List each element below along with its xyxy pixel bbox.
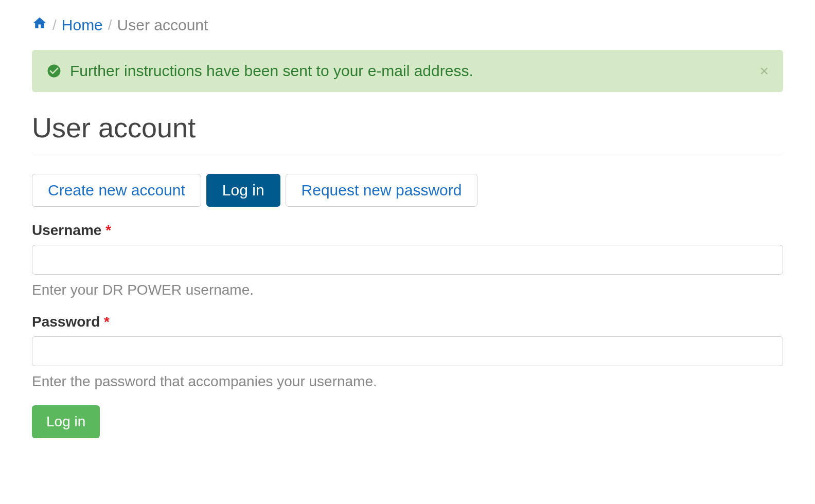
close-icon[interactable]: × (759, 62, 769, 80)
password-label: Password * (32, 314, 783, 330)
breadcrumb-home-link[interactable]: Home (62, 16, 103, 34)
title-divider (32, 153, 783, 153)
home-icon-link[interactable] (32, 15, 47, 34)
breadcrumb-separator: / (108, 17, 112, 33)
login-button[interactable]: Log in (32, 405, 100, 438)
password-input[interactable] (32, 336, 783, 366)
tab-create-account[interactable]: Create new account (32, 174, 201, 207)
form-group-password: Password * Enter the password that accom… (32, 314, 783, 390)
tabs: Create new account Log in Request new pa… (32, 174, 783, 207)
required-indicator: * (104, 314, 110, 330)
alert-success: Further instructions have been sent to y… (32, 50, 783, 92)
breadcrumb: / Home / User account (32, 10, 783, 50)
form-group-username: Username * Enter your DR POWER username. (32, 222, 783, 298)
required-indicator: * (105, 222, 111, 238)
alert-content: Further instructions have been sent to y… (46, 62, 473, 80)
username-label-text: Username (32, 222, 101, 238)
breadcrumb-separator: / (52, 17, 57, 33)
alert-message: Further instructions have been sent to y… (70, 62, 473, 80)
tab-request-password[interactable]: Request new password (286, 174, 478, 207)
home-icon (32, 15, 47, 31)
username-help-text: Enter your DR POWER username. (32, 282, 783, 298)
username-input[interactable] (32, 245, 783, 275)
page-title: User account (32, 112, 783, 143)
tab-login[interactable]: Log in (206, 174, 280, 207)
username-label: Username * (32, 222, 783, 239)
check-circle-icon (46, 63, 62, 79)
breadcrumb-current: User account (117, 16, 208, 34)
password-label-text: Password (32, 314, 100, 330)
password-help-text: Enter the password that accompanies your… (32, 373, 783, 390)
